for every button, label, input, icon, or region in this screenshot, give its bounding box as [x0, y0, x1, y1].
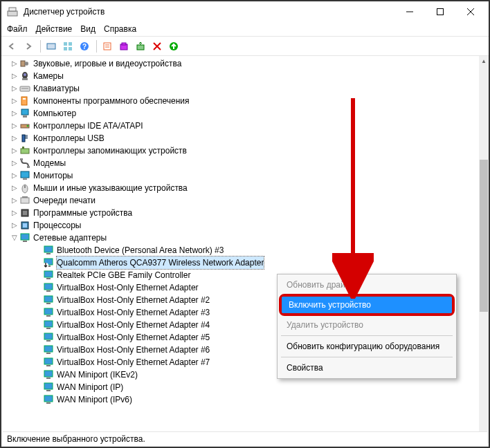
category-icon — [19, 71, 30, 82]
svg-rect-76 — [44, 395, 53, 402]
svg-rect-0 — [8, 11, 17, 16]
tree-category[interactable]: ▷Компоненты программного обеспечения — [4, 95, 479, 107]
cm-separator — [281, 357, 453, 357]
tree-device[interactable]: Qualcomm Atheros QCA9377 Wireless Networ… — [4, 256, 479, 269]
expand-icon[interactable]: ▷ — [10, 107, 19, 120]
collapse-icon[interactable]: ▽ — [10, 232, 19, 244]
update-driver-button[interactable] — [133, 39, 148, 54]
network-adapter-icon — [43, 394, 54, 405]
expand-icon[interactable]: ▷ — [10, 219, 19, 232]
expand-icon[interactable]: ▷ — [10, 82, 19, 95]
category-label: Контроллеры запоминающих устройств — [33, 144, 187, 157]
tree-device[interactable]: WAN Miniport (IPv6) — [4, 393, 479, 406]
menu-help[interactable]: Справка — [104, 24, 136, 34]
help-button[interactable]: ? — [77, 39, 92, 54]
svg-rect-29 — [23, 98, 26, 100]
category-label: Компьютер — [33, 107, 76, 120]
tree-category[interactable]: ▷Мониторы — [4, 169, 479, 182]
category-label: Звуковые, игровые и видеоустройства — [33, 57, 181, 70]
expand-icon[interactable]: ▷ — [10, 182, 19, 194]
tree-category[interactable]: ▷Компьютер — [4, 107, 479, 120]
cm-update-driver[interactable]: Обновить драйвер — [280, 277, 454, 293]
cm-highlight: Включить устройство — [279, 294, 455, 316]
cm-properties[interactable]: Свойства — [280, 360, 454, 376]
expand-icon[interactable]: ▷ — [10, 144, 19, 157]
svg-rect-10 — [69, 47, 72, 50]
tree-device[interactable]: WAN Miniport (IP) — [4, 381, 479, 393]
tree-category[interactable]: ▷Клавиатуры — [4, 82, 479, 95]
category-icon — [19, 108, 30, 119]
cm-refresh-config[interactable]: Обновить конфигурацию оборудования — [280, 338, 454, 355]
tree-category[interactable]: ▷Модемы — [4, 157, 479, 169]
svg-rect-75 — [46, 390, 51, 391]
tree-category[interactable]: ▷Камеры — [4, 70, 479, 82]
category-label: Процессоры — [33, 219, 82, 232]
view-button[interactable] — [60, 39, 75, 54]
toolbar: ? — [1, 37, 489, 56]
device-label: Bluetooth Device (Personal Area Network)… — [57, 244, 224, 256]
svg-rect-39 — [21, 171, 29, 178]
forward-button[interactable] — [21, 39, 36, 54]
minimize-button[interactable] — [394, 1, 425, 22]
expand-icon[interactable]: ▷ — [10, 70, 19, 82]
device-label: Qualcomm Atheros QCA9377 Wireless Networ… — [57, 256, 264, 269]
category-icon — [19, 133, 30, 144]
tree-category[interactable]: ▷Процессоры — [4, 219, 479, 232]
category-label: Компоненты программного обеспечения — [33, 95, 190, 107]
tree-device[interactable]: Bluetooth Device (Personal Area Network)… — [4, 244, 479, 256]
expand-icon[interactable]: ▷ — [10, 132, 19, 144]
tree-category[interactable]: ▷Звуковые, игровые и видеоустройства — [4, 57, 479, 70]
network-adapter-icon — [43, 282, 54, 293]
expand-icon[interactable]: ▷ — [10, 207, 19, 219]
category-icon — [19, 58, 30, 69]
category-icon — [19, 195, 30, 206]
network-adapter-icon — [43, 307, 54, 318]
svg-rect-44 — [22, 196, 28, 198]
expand-icon[interactable]: ▷ — [10, 157, 19, 169]
category-label: Очереди печати — [33, 194, 96, 207]
svg-rect-42 — [24, 185, 26, 188]
svg-rect-38 — [27, 166, 30, 168]
back-button[interactable] — [4, 39, 19, 54]
svg-rect-28 — [21, 97, 27, 105]
category-label: Программные устройства — [33, 207, 132, 219]
network-adapter-icon — [43, 369, 54, 380]
tree-category-network[interactable]: ▽Сетевые адаптеры — [4, 232, 479, 244]
svg-rect-46 — [23, 211, 27, 215]
tree-category[interactable]: ▷Мыши и иные указывающие устройства — [4, 182, 479, 194]
svg-text:?: ? — [82, 43, 87, 50]
cm-separator — [281, 335, 453, 336]
expand-icon[interactable]: ▷ — [10, 95, 19, 107]
tree-category[interactable]: ▷Программные устройства — [4, 207, 479, 219]
device-label: WAN Miniport (IPv6) — [57, 393, 132, 406]
menu-view[interactable]: Вид — [80, 24, 96, 34]
tree-category[interactable]: ▷Контроллеры запоминающих устройств — [4, 144, 479, 157]
tree-category[interactable]: ▷Очереди печати — [4, 194, 479, 207]
scroll-up-icon[interactable]: ▲ — [479, 56, 489, 66]
network-adapter-icon — [43, 332, 54, 343]
expand-icon[interactable]: ▷ — [10, 194, 19, 207]
expand-icon[interactable]: ▷ — [10, 169, 19, 182]
enable-button[interactable] — [166, 39, 181, 54]
network-adapter-icon — [43, 295, 54, 306]
scan-button[interactable] — [116, 39, 131, 54]
menu-file[interactable]: Файл — [7, 24, 28, 34]
svg-rect-40 — [23, 178, 27, 180]
scrollbar-thumb[interactable] — [480, 160, 488, 312]
show-hidden-button[interactable] — [44, 39, 59, 54]
svg-rect-35 — [21, 149, 29, 153]
expand-icon[interactable]: ▷ — [10, 120, 19, 132]
close-button[interactable] — [455, 1, 486, 22]
cm-remove-device[interactable]: Удалить устройство — [280, 317, 454, 333]
expand-icon[interactable]: ▷ — [10, 57, 19, 70]
properties-button[interactable] — [100, 39, 115, 54]
svg-rect-34 — [22, 135, 25, 142]
vertical-scrollbar[interactable]: ▲ ▼ — [479, 56, 489, 443]
tree-category[interactable]: ▷Контроллеры USB — [4, 132, 479, 144]
menu-action[interactable]: Действие — [36, 24, 73, 34]
tree-category[interactable]: ▷Контроллеры IDE ATA/ATAPI — [4, 120, 479, 132]
cm-enable-device[interactable]: Включить устройство — [282, 297, 452, 313]
uninstall-button[interactable] — [149, 39, 165, 54]
network-adapter-icon — [43, 270, 54, 281]
maximize-button[interactable] — [425, 1, 455, 22]
